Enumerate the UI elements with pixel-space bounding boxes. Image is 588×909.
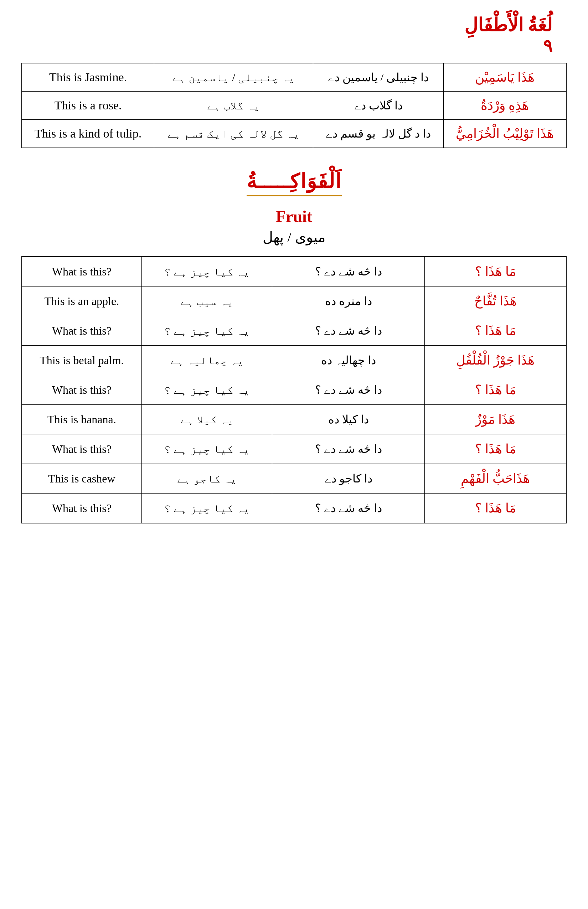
flowers-table-row: This is Jasmine.یہ چنبیلی / یاسمین ہےدا …: [22, 63, 566, 92]
fruit-english-cell: This is an apple.: [22, 286, 142, 316]
flowers-table-row: This is a rose.یہ گلاب ہےدا گلاب دےهَذِه…: [22, 92, 566, 120]
flowers-english-cell: This is Jasmine.: [22, 63, 154, 92]
fruit-english-cell: This is cashew: [22, 464, 142, 494]
header-number: ٩: [21, 36, 552, 56]
fruit-urdu-cell: یہ سیب ہے: [142, 286, 272, 316]
flowers-arabic-cell: هَذِهِ وَرْدَةٌ: [443, 92, 566, 120]
flowers-urdu-cell: یہ گلاب ہے: [154, 92, 313, 120]
flowers-english-cell: This is a kind of tulip.: [22, 120, 154, 148]
fruit-pashto-cell: دا څه شے دے ؟: [272, 494, 425, 523]
fruit-urdu-cell: یہ کیا چیز ہے ؟: [142, 494, 272, 523]
fruit-table-row: What is this?یہ کیا چیز ہے ؟دا څه شے دے …: [22, 316, 566, 346]
fruit-table-row: This is betal palm.یہ چھالیہ ہےدا چھالیہ…: [22, 346, 566, 375]
fruit-pashto-cell: دا کاجو دے: [272, 464, 425, 494]
fruit-table-row: What is this?یہ کیا چیز ہے ؟دا څه شے دے …: [22, 494, 566, 523]
fruit-pashto-cell: دا څه شے دے ؟: [272, 434, 425, 464]
fruit-arabic-cell: مَا هَذَا ؟: [425, 257, 566, 286]
section-title-container: اَلْفَوَاكِـــــةُ: [21, 170, 567, 196]
fruit-table-row: What is this?یہ کیا چیز ہے ؟دا څه شے دے …: [22, 434, 566, 464]
fruit-english-cell: This is banana.: [22, 405, 142, 434]
flowers-pashto-cell: دا چنبیلی / یاسمین دے: [313, 63, 443, 92]
fruit-english-cell: What is this?: [22, 257, 142, 286]
fruit-arabic-cell: مَا هَذَا ؟: [425, 434, 566, 464]
flowers-arabic-cell: هَذَا تَوْلِيْبُ الْخُزَامِيُّ: [443, 120, 566, 148]
fruit-pashto-cell: دا چھالیہ ده: [272, 346, 425, 375]
fruit-english-cell: What is this?: [22, 375, 142, 405]
fruit-table-row: What is this?یہ کیا چیز ہے ؟دا څه شے دے …: [22, 375, 566, 405]
flowers-table: This is Jasmine.یہ چنبیلی / یاسمین ہےدا …: [21, 63, 567, 148]
fruit-arabic-cell: هَذَا مَوْزٌ: [425, 405, 566, 434]
fruit-label-en: Fruit: [21, 207, 567, 226]
fruit-pashto-cell: دا څه شے دے ؟: [272, 375, 425, 405]
fruit-english-cell: What is this?: [22, 434, 142, 464]
fruit-arabic-cell: مَا هَذَا ؟: [425, 316, 566, 346]
fruit-urdu-cell: یہ کاجو ہے: [142, 464, 272, 494]
fruit-table: What is this?یہ کیا چیز ہے ؟دا څه شے دے …: [21, 256, 567, 523]
fruit-urdu-cell: یہ چھالیہ ہے: [142, 346, 272, 375]
fruit-pashto-cell: دا منره ده: [272, 286, 425, 316]
fruit-english-cell: What is this?: [22, 494, 142, 523]
fruit-urdu-cell: یہ کیا چیز ہے ؟: [142, 375, 272, 405]
flowers-table-row: This is a kind of tulip.یہ گل لالہ کی ای…: [22, 120, 566, 148]
flowers-urdu-cell: یہ گل لالہ کی ایک قسم ہے: [154, 120, 313, 148]
fruit-english-cell: What is this?: [22, 316, 142, 346]
fruit-urdu-cell: یہ کیلا ہے: [142, 405, 272, 434]
header-section: لُغَةُ الْأَطْفَالِ ٩: [21, 14, 567, 56]
fruit-pashto-cell: دا څه شے دے ؟: [272, 316, 425, 346]
fruit-label-urdu: میوی / پھل: [21, 229, 567, 245]
fruit-arabic-cell: مَا هَذَا ؟: [425, 375, 566, 405]
fruit-arabic-cell: هَذَاحَبُّ الْفَهْمِ: [425, 464, 566, 494]
fruit-pashto-cell: دا کیلا ده: [272, 405, 425, 434]
fruit-table-row: This is cashewیہ کاجو ہےدا کاجو دےهَذَاح…: [22, 464, 566, 494]
fruit-urdu-cell: یہ کیا چیز ہے ؟: [142, 257, 272, 286]
header-title: لُغَةُ الْأَطْفَالِ: [21, 14, 552, 36]
fruit-urdu-cell: یہ کیا چیز ہے ؟: [142, 434, 272, 464]
section-title-arabic: اَلْفَوَاكِـــــةُ: [247, 170, 342, 196]
fruit-pashto-cell: دا څه شے دے ؟: [272, 257, 425, 286]
flowers-english-cell: This is a rose.: [22, 92, 154, 120]
fruit-urdu-cell: یہ کیا چیز ہے ؟: [142, 316, 272, 346]
flowers-urdu-cell: یہ چنبیلی / یاسمین ہے: [154, 63, 313, 92]
fruit-table-row: This is an apple.یہ سیب ہےدا منره دههَذَ…: [22, 286, 566, 316]
flowers-pashto-cell: دا د گل لالہ یو قسم دے: [313, 120, 443, 148]
flowers-arabic-cell: هَذَا يَاسَمِيْن: [443, 63, 566, 92]
fruit-english-cell: This is betal palm.: [22, 346, 142, 375]
fruit-arabic-cell: هَذَا جَوْزُ الْفُلْفُلِ: [425, 346, 566, 375]
fruit-arabic-cell: مَا هَذَا ؟: [425, 494, 566, 523]
flowers-pashto-cell: دا گلاب دے: [313, 92, 443, 120]
fruit-table-row: What is this?یہ کیا چیز ہے ؟دا څه شے دے …: [22, 257, 566, 286]
fruit-arabic-cell: هَذَا تُفَّاحٌ: [425, 286, 566, 316]
fruit-table-row: This is banana.یہ کیلا ہےدا کیلا دههَذَا…: [22, 405, 566, 434]
